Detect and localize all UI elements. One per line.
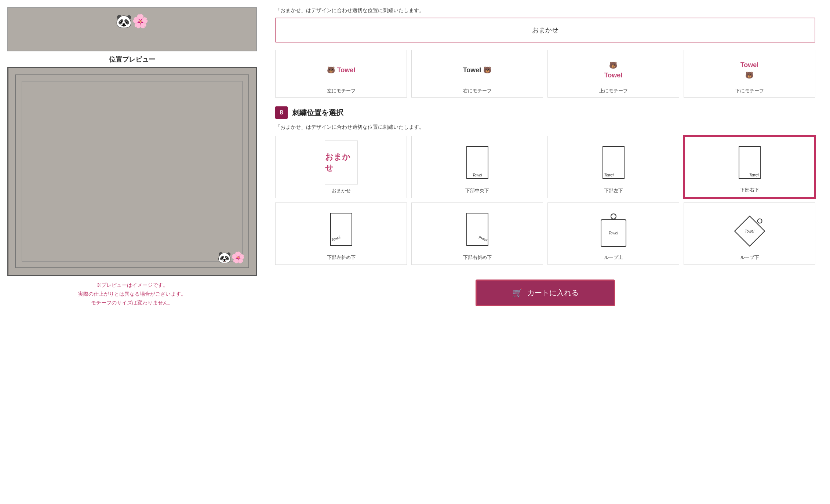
motif-bottom-visual: Towel 🐻 xyxy=(740,55,759,85)
note-line1: ※プレビューはイメージです。 xyxy=(7,281,257,290)
position-card-diag-right[interactable]: Towel 下部右斜め下 xyxy=(411,202,543,265)
diag-right-towel-text: Towel xyxy=(477,235,488,242)
position-card-bottom-right[interactable]: Towel 下部右下 xyxy=(684,136,815,198)
motif-left-label: 左にモチーフ xyxy=(327,88,356,94)
cart-icon: 🛒 xyxy=(512,288,522,298)
bottom-left-box: Towel xyxy=(603,146,625,179)
motif-options-row: 🐻 Towel 左にモチーフ Towel 🐻 右にモチーフ 🐻 Towel xyxy=(275,50,815,98)
motif-card-bottom[interactable]: Towel 🐻 下にモチーフ xyxy=(684,50,815,98)
towel-text-left: Towel xyxy=(337,66,356,74)
note-line3: モチーフのサイズは変わりません。 xyxy=(7,299,257,307)
note-line2: 実際の仕上がりとは異なる場合がございます。 xyxy=(7,290,257,299)
bottom-center-box: Towel xyxy=(466,146,488,179)
position-card-loop-bottom[interactable]: Towel ループ下 xyxy=(684,202,815,265)
motif-card-right[interactable]: Towel 🐻 右にモチーフ xyxy=(411,50,543,98)
omakase-box: おまかせ xyxy=(325,140,358,185)
bear-icon-left: 🐻 xyxy=(327,66,335,74)
motif-left-visual: 🐻 Towel xyxy=(327,55,356,85)
bear-icon-bottom: 🐻 xyxy=(745,71,753,79)
cart-button-wrapper: 🛒 カートに入れる xyxy=(275,280,815,306)
position-card-bottom-left[interactable]: Towel 下部左下 xyxy=(547,136,679,198)
position-preview-box: 🐼🌸 xyxy=(7,67,257,276)
cart-button-label: カートに入れる xyxy=(527,288,579,298)
section8-header: 8 刺繍位置を選択 xyxy=(275,106,815,119)
motif-top-visual: 🐻 Towel xyxy=(604,55,623,85)
position-card-omakase[interactable]: おまかせ おまかせ xyxy=(275,136,407,198)
bear-icon-right: 🐻 xyxy=(483,66,491,74)
bottom-right-box: Towel xyxy=(739,146,761,179)
bottom-left-visual: Towel xyxy=(551,140,675,185)
diag-right-visual: Towel xyxy=(415,207,539,252)
loop-bottom-label: ループ下 xyxy=(740,254,759,261)
bear-icon-top: 🐻 xyxy=(609,61,617,69)
bottom-right-label: 下部右下 xyxy=(740,187,759,193)
bottom-center-label: 下部中央下 xyxy=(465,187,489,194)
loop-diamond-circle xyxy=(757,218,762,223)
loop-top-visual: Towel xyxy=(551,207,675,252)
motif-right-visual: Towel 🐻 xyxy=(463,55,492,85)
loop-top-container: Towel xyxy=(601,219,626,247)
motif-bottom-label: 下にモチーフ xyxy=(735,88,764,94)
bottom-right-towel-text: Towel xyxy=(749,173,759,177)
loop-bottom-container: Towel xyxy=(739,220,761,242)
bottom-center-towel-text: Towel xyxy=(473,173,482,178)
panda-motif-top: 🐼🌸 xyxy=(116,14,149,29)
top-preview: 🐼🌸 xyxy=(7,7,257,51)
bottom-left-label: 下部左下 xyxy=(604,187,623,194)
bottom-center-visual: Towel xyxy=(415,140,539,185)
section8-number: 8 xyxy=(275,106,288,119)
omakase-button-large[interactable]: おまかせ xyxy=(275,18,815,43)
omakase-card-text: おまかせ xyxy=(325,151,357,174)
section8-desc: 「おまかせ」はデザインに合わせ適切な位置に刺繍いたします。 xyxy=(275,124,815,131)
omakase-visual: おまかせ xyxy=(279,140,403,185)
position-preview-label: 位置プレビュー xyxy=(7,55,257,64)
add-to-cart-button[interactable]: 🛒 カートに入れる xyxy=(476,280,615,306)
section8-title: 刺繍位置を選択 xyxy=(292,108,343,118)
left-panel: 🐼🌸 位置プレビュー 🐼🌸 ※プレビューはイメージです。 実際の仕上がりとは異な… xyxy=(7,7,257,497)
loop-top-box: Towel xyxy=(601,219,626,247)
motif-card-left[interactable]: 🐻 Towel 左にモチーフ xyxy=(275,50,407,98)
position-card-loop-top[interactable]: Towel ループ上 xyxy=(547,202,679,265)
loop-circle-top xyxy=(611,213,616,219)
loop-bottom-towel-text: Towel xyxy=(745,229,754,233)
omakase-desc-top: 「おまかせ」はデザインに合わせ適切な位置に刺繍いたします。 xyxy=(275,7,815,14)
towel-text-bottom: Towel xyxy=(740,61,759,69)
bottom-right-visual: Towel xyxy=(688,140,811,185)
loop-top-towel-text: Towel xyxy=(609,231,618,235)
right-panel: 「おまかせ」はデザインに合わせ適切な位置に刺繍いたします。 おまかせ 🐻 Tow… xyxy=(268,7,823,497)
position-card-diag-left[interactable]: Towel 下部左斜め下 xyxy=(275,202,407,265)
loop-bottom-diamond: Towel xyxy=(734,216,765,247)
towel-text-right: Towel xyxy=(463,66,481,74)
motif-card-top[interactable]: 🐻 Towel 上にモチーフ xyxy=(547,50,679,98)
diag-left-label: 下部左斜め下 xyxy=(327,254,356,261)
inner-border2 xyxy=(22,81,243,262)
diag-left-towel-text: Towel xyxy=(331,235,341,242)
motif-top-label: 上にモチーフ xyxy=(599,88,628,94)
diag-left-box: Towel xyxy=(330,213,352,246)
preview-note: ※プレビューはイメージです。 実際の仕上がりとは異なる場合がございます。 モチー… xyxy=(7,281,257,307)
omakase-card-label: おまかせ xyxy=(332,187,351,194)
towel-text-top: Towel xyxy=(604,72,623,79)
diag-right-box: Towel xyxy=(466,213,488,246)
loop-bottom-visual: Towel xyxy=(688,207,811,252)
position-grid-row2: Towel 下部左斜め下 Towel 下部右斜め下 xyxy=(275,202,815,265)
position-grid-row1: おまかせ おまかせ Towel 下部中央下 Towel xyxy=(275,136,815,198)
diag-left-visual: Towel xyxy=(279,207,403,252)
motif-right-label: 右にモチーフ xyxy=(463,88,492,94)
bottom-left-towel-text: Towel xyxy=(604,173,614,177)
loop-top-label: ループ上 xyxy=(604,254,623,261)
position-card-bottom-center[interactable]: Towel 下部中央下 xyxy=(411,136,543,198)
diag-right-label: 下部右斜め下 xyxy=(463,254,492,261)
panda-motif-preview: 🐼🌸 xyxy=(218,251,245,264)
